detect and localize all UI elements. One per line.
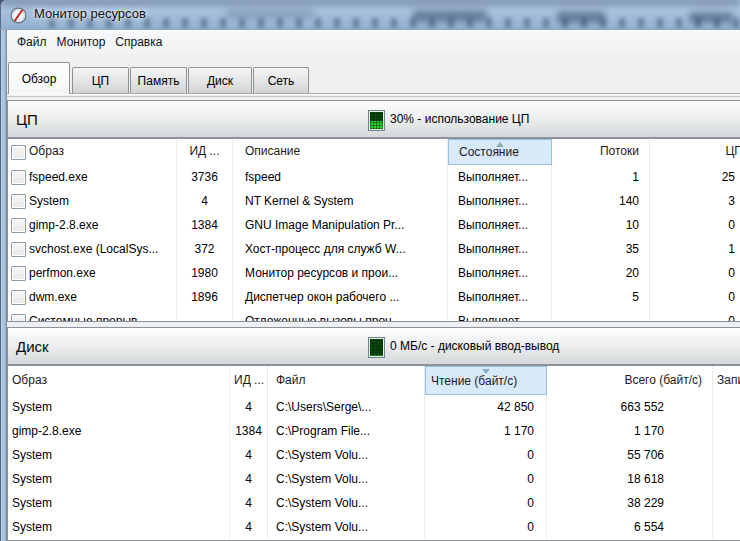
divider — [7, 96, 740, 97]
cell: C:\Program File... — [268, 419, 425, 443]
table-row[interactable]: System4NT Kernel & SystemВыполняет...140… — [8, 189, 740, 213]
row-checkbox[interactable] — [11, 266, 26, 281]
column-header-label: Запись (байт/с) — [717, 373, 740, 387]
checkbox-cell — [8, 213, 26, 237]
column-header-label: ИД ... — [234, 373, 264, 387]
menu-help[interactable]: Справка — [110, 32, 167, 52]
column-header[interactable]: Запись (байт/с) — [713, 366, 740, 395]
row-checkbox[interactable] — [11, 170, 26, 185]
cell: Системные прерыв... — [26, 309, 177, 322]
disk-activity-led-icon — [368, 337, 385, 358]
column-header-label: ИД ... — [189, 144, 219, 158]
glass-reflection — [49, 18, 739, 28]
select-all-cell[interactable] — [8, 139, 26, 165]
cell: gimp-2.8.exe — [26, 213, 177, 237]
cell: C:\System Volu... — [268, 443, 425, 467]
column-header[interactable]: Описание — [233, 139, 448, 165]
column-header-label: Состояние — [459, 145, 519, 159]
cell: 42 850 — [425, 395, 547, 419]
cell: GNU Image Manipulation Pr... — [233, 213, 448, 237]
menu-file[interactable]: Файл — [12, 32, 52, 52]
window-title: Монитор ресурсов — [34, 6, 146, 21]
tab-overview[interactable]: Обзор — [8, 62, 70, 94]
tab-strip: Обзор ЦП Память Диск Сеть — [7, 54, 740, 94]
tab-disk[interactable]: Диск — [188, 67, 252, 93]
cell: 55 706 — [547, 443, 713, 467]
select-all-checkbox[interactable] — [11, 145, 26, 160]
cell — [713, 443, 740, 467]
cell: 35 — [552, 237, 650, 261]
cell: fspeed — [233, 165, 448, 189]
cell: Выполняет... — [448, 309, 552, 322]
window-border — [0, 30, 7, 541]
table-row[interactable]: System4C:\Users\Serge\...42 850663 552 — [8, 395, 740, 419]
table-row[interactable]: dwm.exe1896Диспетчер окон рабочего ...Вы… — [8, 285, 740, 309]
table-row[interactable]: Системные прерыв...-Отложенные вызовы пр… — [8, 309, 740, 322]
column-header[interactable]: Образ — [8, 366, 230, 395]
cpu-activity-led-icon — [368, 110, 385, 131]
cell: 0 — [425, 467, 547, 491]
table-row[interactable]: System4C:\System Volu...06 554 — [8, 515, 740, 539]
cell: Выполняет... — [448, 213, 552, 237]
cell: 1 — [650, 237, 740, 261]
column-header-label: Образ — [29, 144, 64, 158]
tab-memory[interactable]: Память — [130, 67, 187, 93]
cell: System — [8, 491, 230, 515]
tab-cpu[interactable]: ЦП — [72, 67, 129, 93]
cell: svchost.exe (LocalSys... — [26, 237, 177, 261]
column-header-label: Потоки — [600, 144, 639, 158]
cpu-usage-text: 30% - использование ЦП — [390, 112, 529, 126]
tab-network[interactable]: Сеть — [253, 67, 309, 93]
column-header[interactable]: Чтение (байт/с) — [425, 366, 547, 395]
table-row[interactable]: System4C:\System Volu...018 618 — [8, 467, 740, 491]
cell: 1 170 — [547, 419, 713, 443]
table-row[interactable]: gimp-2.8.exe1384GNU Image Manipulation P… — [8, 213, 740, 237]
cell: Выполняет... — [448, 189, 552, 213]
cell: 372 — [177, 237, 233, 261]
row-checkbox[interactable] — [11, 290, 26, 305]
menu-monitor[interactable]: Монитор — [52, 32, 111, 52]
row-checkbox[interactable] — [11, 314, 26, 322]
title-bar[interactable]: Монитор ресурсов — [0, 0, 740, 30]
column-header-label: Описание — [245, 144, 300, 158]
cell — [713, 419, 740, 443]
row-checkbox[interactable] — [11, 194, 26, 209]
cell: NT Kernel & System — [233, 189, 448, 213]
cell: 1384 — [230, 419, 268, 443]
resource-monitor-icon — [10, 7, 27, 24]
column-header[interactable]: ИД ... — [177, 139, 233, 165]
column-header[interactable]: ЦП — [650, 139, 740, 165]
cpu-section-header[interactable]: ЦП 30% - использование ЦП — [7, 100, 740, 138]
column-header[interactable]: Потоки — [552, 139, 650, 165]
glass-reflection — [226, 9, 314, 18]
column-header[interactable]: Образ — [26, 139, 177, 165]
table-row[interactable]: perfmon.exe1980Монитор ресурсов и прои..… — [8, 261, 740, 285]
table-row[interactable]: System4C:\System Volu...055 706 — [8, 443, 740, 467]
cell: 3 — [650, 189, 740, 213]
cell — [713, 395, 740, 419]
cpu-table-header: ОбразИД ...ОписаниеСостояниеПотокиЦП — [8, 139, 740, 165]
column-header[interactable]: ИД ... — [230, 366, 268, 395]
row-checkbox[interactable] — [11, 242, 26, 257]
sort-arrow-icon — [482, 369, 490, 374]
cell: 18 618 — [547, 467, 713, 491]
table-row[interactable]: System4C:\System Volu...038 229 — [8, 491, 740, 515]
cell: 1384 — [177, 213, 233, 237]
table-row[interactable]: fspeed.exe3736fspeedВыполняет...125 — [8, 165, 740, 189]
checkbox-cell — [8, 189, 26, 213]
cell: gimp-2.8.exe — [8, 419, 230, 443]
column-header[interactable]: Всего (байт/с) — [547, 366, 713, 395]
column-header[interactable]: Состояние — [448, 139, 552, 165]
cell: fspeed.exe — [26, 165, 177, 189]
row-checkbox[interactable] — [11, 218, 26, 233]
column-header-label: Образ — [12, 373, 47, 387]
table-row[interactable]: svchost.exe (LocalSys...372Хост-процесс … — [8, 237, 740, 261]
cell: Выполняет... — [448, 261, 552, 285]
cell: System — [8, 515, 230, 539]
column-header[interactable]: Файл — [268, 366, 425, 395]
glass-reflection — [413, 10, 487, 22]
glass-reflection — [557, 11, 605, 23]
cell — [713, 515, 740, 539]
table-row[interactable]: gimp-2.8.exe1384C:\Program File...1 1701… — [8, 419, 740, 443]
disk-section-header[interactable]: Диск 0 МБ/с - дисковый ввод-вывод — [7, 327, 740, 365]
